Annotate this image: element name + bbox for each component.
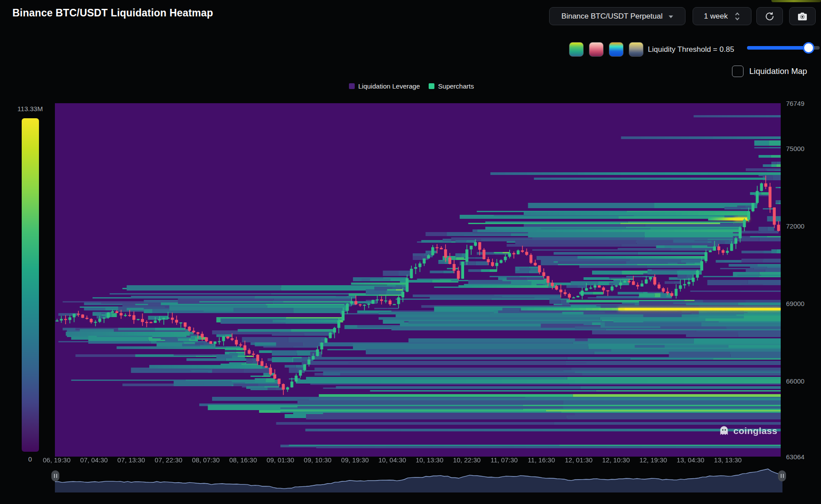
legend-item-supercharts[interactable]: Supercharts <box>429 82 474 90</box>
x-axis-label: 10, 13:30 <box>410 456 449 464</box>
y-axis-label: 76749 <box>786 100 805 107</box>
x-axis-label: 09, 19:30 <box>335 456 375 464</box>
y-axis-label: 69000 <box>786 300 805 307</box>
liquidity-threshold-slider[interactable] <box>747 46 820 50</box>
pair-select[interactable]: Binance BTC/USDT Perpetual <box>549 7 685 25</box>
page-title: Binance BTC/USDT Liquidation Heatmap <box>12 7 213 19</box>
slider-fill <box>747 46 809 50</box>
timeframe-value: 1 week <box>704 12 728 21</box>
slider-thumb[interactable] <box>803 42 814 54</box>
legend-label: Liquidation Leverage <box>358 82 420 90</box>
x-axis-label: 12, 19:30 <box>633 456 673 464</box>
chevron-up-down-icon <box>735 12 740 21</box>
refresh-button[interactable] <box>756 7 783 25</box>
liquidation-map-checkbox[interactable] <box>732 66 744 77</box>
liquidity-threshold-label: Liquidity Threshold = 0.85 <box>648 44 734 55</box>
timeframe-select[interactable]: 1 week <box>693 7 751 25</box>
ghost-icon <box>718 425 730 437</box>
liquidation-heatmap-canvas[interactable] <box>55 103 781 457</box>
colorbar <box>22 118 39 452</box>
x-axis-label: 10, 22:30 <box>447 456 487 464</box>
x-axis-label: 11, 07:30 <box>484 456 524 464</box>
x-axis-label: 13, 13:30 <box>708 456 748 464</box>
palette-cividis-swatch[interactable] <box>629 42 643 57</box>
chart-legend: Liquidation Leverage Supercharts <box>349 82 474 90</box>
x-axis-label: 12, 01:30 <box>559 456 599 464</box>
coinglass-watermark: coinglass <box>718 425 778 437</box>
x-axis-label: 07, 04:30 <box>74 456 114 464</box>
top-right-cut-button <box>771 0 821 2</box>
x-axis-label: 11, 16:30 <box>522 456 562 464</box>
pair-select-value: Binance BTC/USDT Perpetual <box>562 12 662 21</box>
palette-blue-swatch[interactable] <box>609 42 623 57</box>
x-axis-label: 10, 04:30 <box>372 456 412 464</box>
navigator-right-handle[interactable] <box>778 470 786 481</box>
colorbar-max-label: 113.33M <box>12 105 48 112</box>
navigator-left-handle[interactable] <box>51 470 59 481</box>
x-axis-label: 08, 07:30 <box>186 456 226 464</box>
screenshot-button[interactable] <box>789 7 816 25</box>
x-axis-label: 12, 10:30 <box>596 456 636 464</box>
liquidation-heatmap-app: Binance BTC/USDT Liquidation Heatmap Bin… <box>0 0 821 504</box>
legend-label: Supercharts <box>438 82 474 90</box>
y-axis-label: 63064 <box>786 453 805 461</box>
y-axis-label: 66000 <box>786 377 805 385</box>
legend-item-liquidation-leverage[interactable]: Liquidation Leverage <box>349 82 420 90</box>
liquidation-map-label: Liquidation Map <box>749 66 807 76</box>
x-axis-label: 09, 10:30 <box>298 456 337 464</box>
x-axis-label: 09, 01:30 <box>260 456 300 464</box>
navigator-canvas[interactable] <box>55 468 782 493</box>
x-axis-label: 08, 16:30 <box>223 456 263 464</box>
palette-pink-swatch[interactable] <box>589 42 604 57</box>
refresh-icon <box>765 12 775 21</box>
camera-icon <box>797 11 808 22</box>
legend-swatch-green <box>429 83 434 89</box>
y-axis-label: 72000 <box>786 222 805 230</box>
x-axis-label: 13, 04:30 <box>670 456 710 464</box>
x-axis-label: 07, 13:30 <box>111 456 151 464</box>
x-axis-label: 06, 19:30 <box>37 456 77 464</box>
legend-swatch-purple <box>349 83 355 89</box>
chevron-down-icon <box>669 16 673 18</box>
palette-viridis-swatch[interactable] <box>569 42 584 57</box>
x-axis-label: 07, 22:30 <box>149 456 189 464</box>
watermark-text: coinglass <box>733 426 778 436</box>
y-axis-label: 75000 <box>786 145 805 152</box>
